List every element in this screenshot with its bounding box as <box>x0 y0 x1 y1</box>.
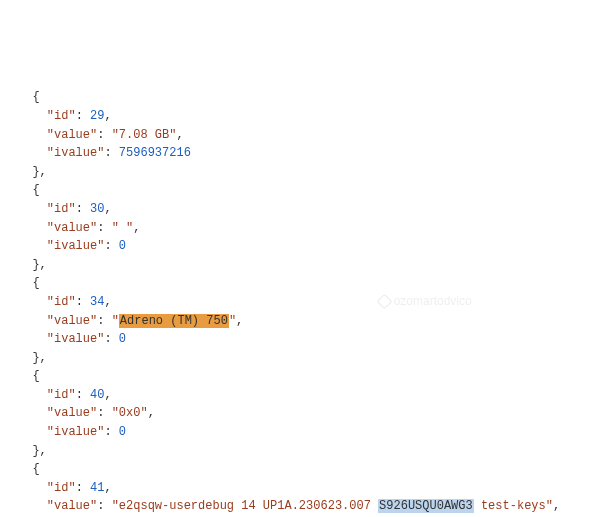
json-code-block: { "id": 29, "value": "7.08 GB", "ivalue"… <box>18 88 582 517</box>
object-open-34: { <box>18 274 582 293</box>
key-id: "id" <box>47 481 76 495</box>
value-ivalue: 7596937216 <box>119 146 191 160</box>
key-value: "value" <box>47 499 97 513</box>
ivalue-line-30: "ivalue": 0 <box>18 237 582 256</box>
key-id: "id" <box>47 388 76 402</box>
value-id: 41 <box>90 481 104 495</box>
object-close-40: }, <box>18 442 582 461</box>
value-id: 30 <box>90 202 104 216</box>
value-line-40: "value": "0x0", <box>18 404 582 423</box>
ivalue-line-29: "ivalue": 7596937216 <box>18 144 582 163</box>
value-id: 34 <box>90 295 104 309</box>
value-highlight: S926USQU0AWG3 <box>378 499 474 513</box>
ivalue-line-40: "ivalue": 0 <box>18 423 582 442</box>
key-ivalue: "ivalue" <box>47 332 105 346</box>
key-value: "value" <box>47 314 97 328</box>
key-id: "id" <box>47 295 76 309</box>
value-ivalue: 0 <box>119 425 126 439</box>
ivalue-line-34: "ivalue": 0 <box>18 330 582 349</box>
object-open-40: { <box>18 367 582 386</box>
key-value: "value" <box>47 128 97 142</box>
key-value: "value" <box>47 221 97 235</box>
id-line-29: "id": 29, <box>18 107 582 126</box>
value-post: test-keys" <box>474 499 553 513</box>
object-close-34: }, <box>18 349 582 368</box>
value-line-34: "value": "Adreno (TM) 750", <box>18 312 582 331</box>
id-line-30: "id": 30, <box>18 200 582 219</box>
value-pre: " <box>112 314 119 328</box>
key-ivalue: "ivalue" <box>47 146 105 160</box>
value-ivalue: 0 <box>119 332 126 346</box>
key-id: "id" <box>47 202 76 216</box>
value-pre: " " <box>112 221 134 235</box>
value-ivalue: 0 <box>119 239 126 253</box>
id-line-41: "id": 41, <box>18 479 582 498</box>
object-close-29: }, <box>18 163 582 182</box>
id-line-34: "id": 34, <box>18 293 582 312</box>
value-pre: "e2qsqw-userdebug 14 UP1A.230623.007 <box>112 499 378 513</box>
value-pre: "7.08 GB" <box>112 128 177 142</box>
value-id: 29 <box>90 109 104 123</box>
object-close-30: }, <box>18 256 582 275</box>
key-ivalue: "ivalue" <box>47 239 105 253</box>
key-value: "value" <box>47 406 97 420</box>
object-open-41: { <box>18 460 582 479</box>
value-highlight: Adreno (TM) 750 <box>119 314 229 328</box>
value-post: " <box>229 314 236 328</box>
value-id: 40 <box>90 388 104 402</box>
value-line-29: "value": "7.08 GB", <box>18 126 582 145</box>
id-line-40: "id": 40, <box>18 386 582 405</box>
value-pre: "0x0" <box>112 406 148 420</box>
value-line-30: "value": " ", <box>18 219 582 238</box>
value-line-41: "value": "e2qsqw-userdebug 14 UP1A.23062… <box>18 497 582 516</box>
object-open-30: { <box>18 181 582 200</box>
key-ivalue: "ivalue" <box>47 425 105 439</box>
key-id: "id" <box>47 109 76 123</box>
object-open-29: { <box>18 88 582 107</box>
